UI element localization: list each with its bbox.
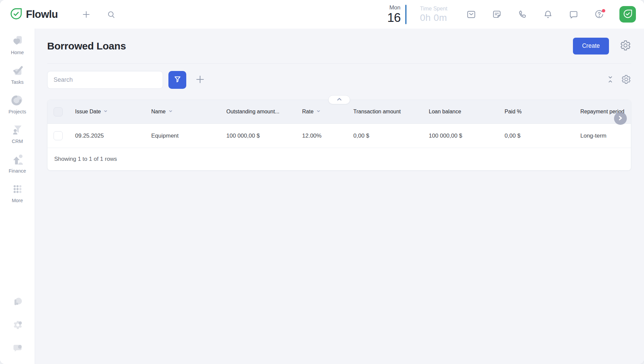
- chevron-down-icon: [168, 109, 173, 115]
- notes-button[interactable]: [489, 7, 504, 22]
- app-window: Flowlu Mon 16 Time Spent 0h 0m: [0, 0, 644, 364]
- more-grid-icon: [11, 183, 24, 195]
- filter-button[interactable]: [168, 71, 186, 89]
- tasks-icon: [11, 64, 24, 77]
- collapse-rows-icon: [606, 75, 614, 85]
- global-search-button[interactable]: [104, 7, 119, 22]
- sidebar-item-label: Projects: [8, 109, 26, 114]
- p-badge-icon[interactable]: [11, 296, 24, 310]
- sidebar-item-crm[interactable]: CRM: [2, 123, 33, 144]
- projects-icon: [11, 94, 24, 107]
- app-logo-word: Flowlu: [26, 8, 58, 21]
- time-spent-label: Time Spent: [420, 6, 464, 11]
- page-settings-button[interactable]: [620, 40, 631, 52]
- column-header-name[interactable]: Name: [148, 109, 223, 115]
- sidebar: Home Tasks Projects: [0, 29, 35, 364]
- sidebar-item-label: Finance: [9, 168, 26, 174]
- plus-icon: [195, 74, 205, 85]
- chevron-down-icon: [316, 109, 321, 115]
- collapse-rows-button[interactable]: [606, 75, 614, 85]
- messenger-button[interactable]: [566, 7, 581, 22]
- page-title: Borrowed Loans: [47, 40, 126, 52]
- cell-loan-balance: 100 000,00 $: [425, 133, 501, 139]
- chat-badge-icon[interactable]: [11, 342, 24, 355]
- crm-icon: [11, 123, 24, 136]
- chevron-up-icon: [335, 97, 343, 103]
- create-button[interactable]: Create: [573, 38, 609, 54]
- gear-icon: [620, 40, 631, 52]
- quick-add-button[interactable]: [79, 7, 94, 22]
- sidebar-item-finance[interactable]: Finance: [2, 153, 33, 174]
- table-settings-button[interactable]: [621, 74, 631, 85]
- notes-icon: [492, 9, 502, 20]
- column-header-outstanding-amount[interactable]: Outstanding amount...: [223, 109, 299, 115]
- mail-icon: [466, 9, 476, 20]
- date-day-of-week: Mon: [387, 5, 400, 10]
- main-content: Borrowed Loans Create: [35, 29, 644, 364]
- flowlu-shield-icon: [10, 8, 22, 21]
- sidebar-item-more[interactable]: More: [2, 183, 33, 203]
- app-logo[interactable]: Flowlu: [10, 8, 58, 21]
- row-checkbox[interactable]: [54, 131, 63, 140]
- cell-paid-percent: 0,00 $: [501, 133, 577, 139]
- finance-icon: [11, 153, 24, 166]
- topbar: Flowlu Mon 16 Time Spent 0h 0m: [0, 0, 644, 29]
- phone-icon: [517, 9, 527, 20]
- help-notification-dot: [602, 9, 605, 12]
- gear-badge-icon[interactable]: [11, 319, 24, 332]
- column-header-paid-percent[interactable]: Paid %: [501, 109, 577, 115]
- sidebar-item-home[interactable]: Home: [2, 35, 33, 55]
- loans-table-card: Issue Date Name Outstanding amount... Ra…: [47, 100, 631, 171]
- calendar-date-widget[interactable]: Mon 16: [387, 5, 400, 24]
- select-all-checkbox[interactable]: [54, 107, 63, 116]
- time-spent-widget[interactable]: Time Spent 0h 0m: [420, 6, 464, 23]
- search-input[interactable]: [47, 71, 163, 89]
- time-spent-value: 0h 0m: [420, 13, 464, 23]
- bell-icon: [543, 9, 553, 20]
- cell-repayment-period: Long-term: [577, 133, 631, 139]
- column-header-loan-balance[interactable]: Loan balance: [425, 109, 501, 115]
- sidebar-item-label: Home: [11, 50, 24, 55]
- column-header-transaction-amount[interactable]: Transaction amount: [350, 109, 425, 115]
- mail-button[interactable]: [464, 7, 479, 22]
- add-filter-button[interactable]: [195, 74, 205, 85]
- sidebar-item-label: Tasks: [11, 79, 24, 85]
- column-header-issue-date[interactable]: Issue Date: [72, 109, 148, 115]
- chevron-down-icon: [103, 109, 108, 115]
- sidebar-item-label: CRM: [12, 139, 23, 144]
- list-toolbar: [47, 71, 631, 89]
- filter-funnel-icon: [173, 75, 182, 85]
- plus-icon: [82, 10, 91, 19]
- calls-button[interactable]: [515, 7, 530, 22]
- cell-transaction-amount: 0,00 $: [350, 133, 425, 139]
- sidebar-item-label: More: [12, 198, 23, 203]
- notifications-button[interactable]: [541, 7, 555, 22]
- cell-name: Equipment: [148, 133, 223, 139]
- sidebar-item-tasks[interactable]: Tasks: [2, 64, 33, 85]
- help-button[interactable]: [592, 7, 607, 22]
- date-day-number: 16: [387, 11, 400, 24]
- table-scroll-right-button[interactable]: [614, 112, 627, 125]
- table-row[interactable]: 09.25.2025 Equipment 100 000,00 $ 12.00%…: [47, 124, 631, 148]
- home-icon: [11, 35, 24, 47]
- table-collapse-pill[interactable]: [328, 95, 350, 104]
- cell-outstanding-amount: 100 000,00 $: [223, 133, 299, 139]
- calendar-divider-bar: [405, 5, 407, 24]
- cell-issue-date: 09.25.2025: [72, 133, 148, 139]
- gear-icon: [621, 74, 631, 85]
- table-footer-summary: Showing 1 to 1 of 1 rows: [47, 148, 631, 170]
- loans-table-zone: Issue Date Name Outstanding amount... Ra…: [47, 100, 631, 171]
- search-icon: [107, 10, 116, 19]
- page-header: Borrowed Loans Create: [47, 29, 631, 64]
- column-header-rate[interactable]: Rate: [299, 109, 350, 115]
- chevron-right-icon: [618, 115, 623, 122]
- workspace-avatar[interactable]: [619, 6, 636, 23]
- chat-icon: [569, 9, 579, 20]
- shield-check-avatar-icon: [623, 9, 633, 20]
- cell-rate: 12.00%: [299, 133, 350, 139]
- sidebar-item-projects[interactable]: Projects: [2, 94, 33, 114]
- sidebar-bottom-icons: [11, 296, 24, 364]
